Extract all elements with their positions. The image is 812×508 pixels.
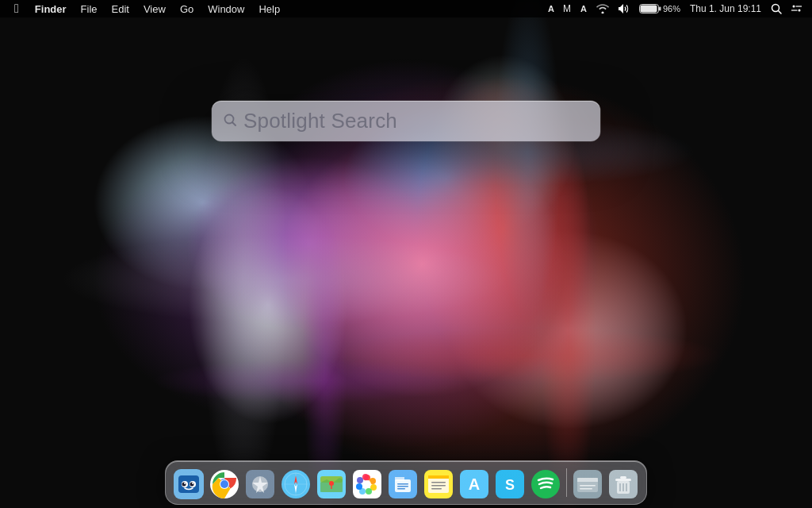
svg-point-17 (184, 483, 186, 484)
svg-rect-64 (577, 478, 598, 482)
svg-point-22 (220, 480, 228, 488)
svg-text:S: S (505, 477, 515, 493)
datetime-display[interactable]: Thu 1. Jun 19:11 (687, 0, 764, 17)
menu-help[interactable]: Help (252, 0, 286, 17)
dock-notes[interactable] (422, 468, 455, 501)
svg-rect-66 (580, 488, 592, 490)
dock-files[interactable] (386, 468, 419, 501)
svg-rect-1 (659, 7, 661, 11)
mail-status-icon[interactable]: M (560, 0, 574, 17)
dock-trash[interactable] (607, 468, 640, 501)
battery-text: 96% (663, 4, 680, 13)
spotlight-search-icon (223, 113, 237, 130)
dock-filemanager[interactable] (571, 468, 604, 501)
svg-rect-65 (580, 485, 596, 487)
svg-text:A: A (469, 475, 480, 493)
spotlight-search-box[interactable]: Spotlight Search (212, 101, 600, 141)
svg-rect-12 (178, 475, 199, 493)
dock-chrome[interactable] (208, 468, 241, 501)
svg-rect-48 (397, 483, 408, 485)
svg-rect-55 (431, 485, 446, 487)
menu-go[interactable]: Go (174, 0, 200, 17)
svg-point-34 (329, 481, 334, 486)
volume-icon[interactable] (615, 0, 633, 17)
svg-rect-54 (431, 482, 446, 483)
menu-view[interactable]: View (137, 0, 172, 17)
dock-safari[interactable] (279, 468, 312, 501)
menu-edit[interactable]: Edit (105, 0, 136, 17)
svg-rect-70 (620, 476, 626, 479)
svg-point-18 (192, 483, 193, 484)
svg-rect-56 (431, 488, 442, 490)
svg-point-9 (225, 114, 234, 123)
dock-launchpad[interactable] (243, 468, 277, 501)
svg-point-42 (357, 477, 363, 483)
menubar-right: A M A 96% (545, 0, 806, 17)
svg-point-39 (366, 488, 372, 495)
svg-point-61 (531, 470, 560, 498)
dock-container: A S (165, 460, 647, 505)
svg-rect-53 (428, 475, 449, 479)
menu-window[interactable]: Window (201, 0, 251, 17)
svg-point-44 (363, 480, 371, 488)
dock-skype[interactable]: S (493, 468, 527, 501)
svg-line-4 (779, 11, 782, 14)
dock-finder[interactable] (172, 468, 205, 501)
wifi-icon[interactable] (593, 0, 612, 17)
menu-file[interactable]: File (75, 0, 104, 17)
textinput-icon[interactable]: A (545, 0, 557, 17)
dock-appstore[interactable]: A (458, 468, 491, 501)
spotlight-menu-icon[interactable] (768, 0, 785, 17)
svg-point-16 (190, 483, 194, 487)
svg-rect-47 (395, 477, 404, 481)
dock-photos[interactable] (350, 468, 384, 501)
app-name[interactable]: Finder (29, 0, 73, 17)
svg-line-10 (233, 122, 236, 125)
svg-point-7 (799, 10, 801, 12)
dock: A S (165, 460, 647, 505)
svg-point-43 (362, 474, 369, 480)
spotlight-input[interactable]: Spotlight Search (243, 109, 589, 133)
dock-divider (566, 468, 567, 497)
control-center-icon[interactable] (788, 0, 806, 17)
svg-point-41 (356, 483, 362, 490)
dock-maps[interactable] (315, 468, 348, 501)
svg-rect-49 (397, 486, 408, 487)
battery-container[interactable]: 96% (636, 0, 684, 17)
dock-spotify[interactable] (529, 468, 562, 501)
svg-rect-2 (640, 6, 657, 13)
apple-menu[interactable]:  (6, 0, 27, 17)
menubar:  Finder File Edit View Go Window Help A… (0, 0, 812, 17)
svg-point-15 (182, 483, 186, 487)
spotlight-overlay: Spotlight Search (0, 17, 812, 508)
svg-rect-69 (615, 479, 631, 481)
vpn-icon[interactable]: A (577, 0, 590, 17)
svg-point-5 (793, 6, 795, 8)
svg-rect-50 (397, 488, 405, 490)
menubar-left:  Finder File Edit View Go Window Help (6, 0, 545, 17)
